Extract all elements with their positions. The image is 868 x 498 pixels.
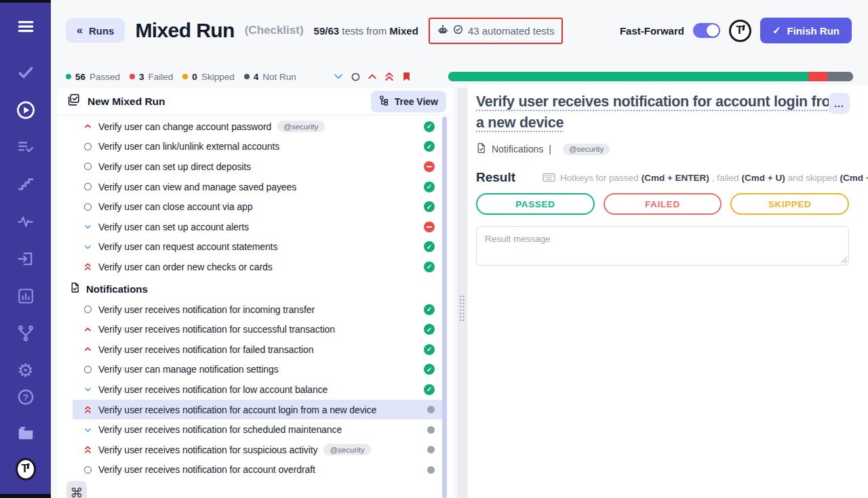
list-item[interactable]: Verify user receives notification for su… (73, 319, 446, 339)
progress-segment-failed (808, 72, 828, 81)
test-detail-panel: Verify user receives notification for ac… (468, 85, 868, 498)
status-icon-passed: ✓ (424, 121, 435, 132)
list-item[interactable]: Verify user receives notification for su… (73, 440, 446, 460)
automated-tests-highlight-box[interactable]: 43 automated tests (429, 18, 564, 44)
test-list-panel: New Mixed Run Tree View Verify user can … (58, 88, 453, 498)
fast-forward-toggle[interactable] (693, 23, 720, 38)
skipped-button[interactable]: SKIPPED (730, 193, 849, 215)
circle-icon (82, 143, 93, 150)
pulse-icon[interactable] (16, 211, 36, 232)
result-counts: 56Passed 3Failed 0Skipped 4Not Run (66, 72, 306, 82)
list-item[interactable]: Verify user receives notification for fa… (73, 339, 446, 360)
app-window: ⚙ ?T « Runs Mixed Run (Checklist) 59/63 … (0, 0, 868, 498)
more-actions-button[interactable]: ... (829, 93, 850, 114)
tests-check-icon[interactable] (16, 62, 36, 83)
finish-run-label: Finish Run (787, 25, 840, 37)
back-to-runs-button[interactable]: « Runs (66, 18, 125, 43)
tree-view-button[interactable]: Tree View (371, 91, 446, 112)
security-tag-badge[interactable]: @security (563, 144, 610, 155)
panel-resizer[interactable] (457, 88, 467, 498)
brand-logo[interactable]: T (729, 20, 751, 42)
menu-icon[interactable] (16, 16, 36, 37)
status-icon-passed: ✓ (424, 344, 435, 355)
progress-segment-passed (448, 72, 808, 81)
branches-icon[interactable] (16, 323, 36, 344)
test-plans-icon[interactable] (16, 137, 36, 157)
suite-section-row[interactable]: Notifications (58, 278, 453, 299)
command-hotkey-button[interactable]: ⌘ (66, 481, 87, 498)
checklist-icon (67, 94, 80, 109)
status-icon-notrun (427, 426, 435, 434)
svg-text:?: ? (22, 392, 28, 402)
list-item[interactable]: Verify user receives notification for ac… (73, 460, 446, 480)
finish-run-button[interactable]: ✓ Finish Run (760, 18, 852, 43)
list-item[interactable]: Verify user can view and manage saved pa… (73, 177, 446, 197)
security-tag-badge: @security (323, 444, 370, 455)
double-chevron-up-red-icon[interactable] (384, 71, 395, 83)
progress-segment-notrun (827, 72, 853, 81)
logo-icon[interactable]: T (16, 459, 36, 479)
list-item[interactable]: Verify user can order new checks or card… (73, 257, 446, 277)
breadcrumb-suite[interactable]: Notifications (492, 144, 543, 154)
file-check-icon (70, 282, 80, 295)
resizer-grip-icon (459, 295, 465, 322)
double-chevron-up-icon (82, 262, 93, 271)
list-panel-header: New Mixed Run Tree View (58, 88, 453, 115)
bookmark-red-icon[interactable] (401, 71, 412, 83)
list-item[interactable]: Verify user receives notification for sc… (73, 419, 446, 440)
status-bar: 56Passed 3Failed 0Skipped 4Not Run (66, 68, 853, 85)
list-item[interactable]: Verify user can set up account alerts (73, 217, 446, 237)
circle-outline-icon[interactable] (350, 71, 361, 83)
circle-icon (82, 466, 93, 474)
double-chevron-left-icon: « (77, 24, 83, 37)
test-title[interactable]: Verify user receives notification for ac… (476, 91, 848, 133)
hotkeys-hint: Hotkeys for passed(Cmd + ENTER), failed(… (542, 173, 868, 183)
check-icon: ✓ (772, 24, 781, 37)
status-icon-passed: ✓ (424, 241, 435, 252)
help-icon[interactable]: ? (16, 387, 36, 407)
passed-button[interactable]: PASSED (476, 193, 595, 215)
failed-button[interactable]: FAILED (604, 193, 722, 215)
settings-gear-icon[interactable]: ⚙ (16, 360, 36, 381)
list-item[interactable]: Verify user receives notification for ac… (73, 400, 446, 420)
list-item[interactable]: Verify user can close account via app ✓ (73, 196, 446, 217)
list-scrollbar[interactable] (442, 117, 447, 498)
status-icon-passed: ✓ (424, 262, 435, 272)
hotkey-text: , failed (712, 173, 739, 183)
chevron-down-blue-icon[interactable] (333, 71, 344, 83)
list-item[interactable]: Verify user can manage notification sett… (73, 360, 446, 380)
import-icon[interactable] (16, 249, 36, 269)
projects-folder-icon[interactable] (16, 423, 36, 443)
steps-icon[interactable] (16, 174, 36, 194)
list-item[interactable]: Verify user receives notification for lo… (73, 379, 446, 400)
list-item[interactable]: Verify user receives notification for in… (73, 299, 446, 320)
status-icon-passed: ✓ (424, 201, 435, 212)
analytics-icon[interactable] (16, 286, 36, 306)
breadcrumb: Notifications | @security (476, 142, 849, 156)
tests-source: Mixed (389, 25, 418, 37)
status-icon-notrun (427, 446, 435, 453)
result-message-box (476, 226, 849, 266)
list-item[interactable]: Verify user can link/unlink external acc… (73, 137, 446, 157)
robot-icon (437, 24, 448, 37)
runs-play-icon[interactable] (16, 100, 36, 120)
tests-count-summary: 59/63 tests from Mixed (314, 25, 418, 37)
skipped-count[interactable]: 0Skipped (182, 72, 234, 82)
hotkey-text: and skipped (788, 173, 837, 183)
result-message-input[interactable] (476, 226, 849, 266)
passed-count[interactable]: 56Passed (66, 72, 120, 82)
filter-icons (333, 71, 412, 83)
circle-icon (82, 183, 93, 190)
notrun-count[interactable]: 4Not Run (244, 72, 296, 82)
list-item[interactable]: Verify user can request account statemen… (73, 237, 446, 257)
list-item[interactable]: Verify user can change account password … (73, 117, 446, 137)
file-check-icon (476, 142, 486, 156)
tree-view-label: Tree View (395, 96, 438, 107)
status-icon-passed: ✓ (424, 304, 435, 315)
list-item[interactable]: Verify user can set up direct deposits (73, 157, 446, 177)
status-icon-passed: ✓ (424, 141, 435, 152)
skipped-dot-icon (182, 74, 188, 79)
back-button-label: Runs (89, 25, 115, 37)
failed-count[interactable]: 3Failed (130, 72, 173, 82)
chevron-up-red-icon[interactable] (367, 71, 378, 83)
